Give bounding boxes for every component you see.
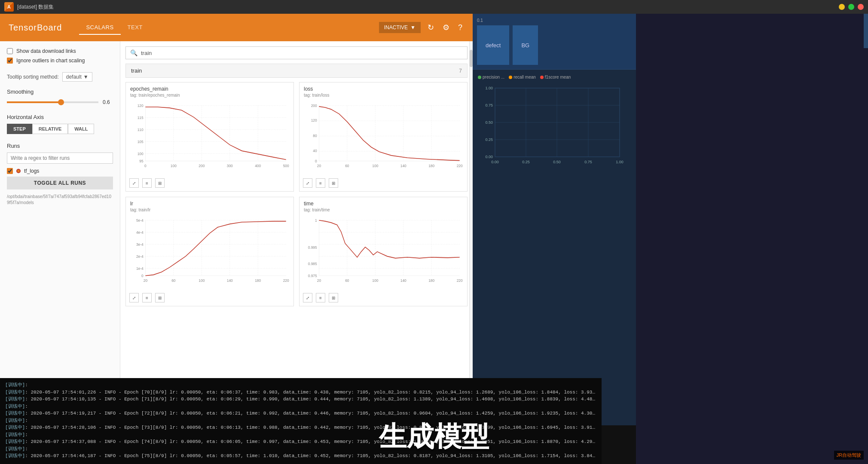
maximize-button[interactable]: □ xyxy=(848,4,854,10)
tag-section: train 7 epoches_remain tag: train/epoche… xyxy=(125,64,468,306)
svg-text:3e-4: 3e-4 xyxy=(136,242,144,247)
chart-title-loss: loss xyxy=(300,82,467,93)
recall-dot xyxy=(509,76,512,79)
list-chart-time[interactable]: ≡ xyxy=(316,293,325,302)
run-name: tf_logs xyxy=(24,168,39,174)
chart-area-epoches: 95 100 105 110 115 120 0 100 200 xyxy=(126,99,293,177)
legend-precision: precision ... xyxy=(478,75,504,79)
console-log-container: [训练中]: [训练中]: 2020-05-07 17:54:01,226 - … xyxy=(0,378,602,464)
svg-text:0: 0 xyxy=(144,163,147,168)
h-axis-section: Horizontal Axis STEP RELATIVE WALL xyxy=(7,114,113,134)
chart-area-lr: 0 1e-4 2e-4 3e-4 4e-4 5e-4 20 60 100 xyxy=(126,214,293,291)
svg-text:1: 1 xyxy=(315,218,317,223)
log-line-0: [训练中]: xyxy=(5,382,596,389)
rp-top: 0.1 defect BG xyxy=(473,14,636,70)
chart-tag-loss: tag: train/loss xyxy=(300,93,467,99)
toggle-all-runs-button[interactable]: TOGGLE ALL RUNS xyxy=(7,177,113,189)
smoothing-slider[interactable] xyxy=(7,101,98,103)
close-button[interactable]: × xyxy=(858,4,864,10)
ignore-outliers-checkbox[interactable] xyxy=(7,58,13,64)
list-chart-lr[interactable]: ≡ xyxy=(142,293,152,302)
svg-text:1.00: 1.00 xyxy=(616,160,623,164)
svg-text:180: 180 xyxy=(428,163,434,168)
data-options-section: Show data download links Ignore outliers… xyxy=(7,48,113,64)
chart-time: time tag: train/time xyxy=(299,197,468,306)
svg-text:0.25: 0.25 xyxy=(485,137,493,142)
svg-text:400: 400 xyxy=(255,163,261,168)
expand-chart-lr[interactable]: ⤢ xyxy=(129,293,139,302)
list-chart-epoches[interactable]: ≡ xyxy=(142,178,152,188)
run-checkbox[interactable] xyxy=(7,168,13,174)
defect-tab[interactable]: defect xyxy=(477,25,509,65)
help-button[interactable]: ? xyxy=(456,21,464,34)
settings-button[interactable]: ⚙ xyxy=(441,21,451,34)
run-path: /opt/bdai/trainbase/5f/7a/747af593afb94f… xyxy=(7,194,113,206)
scrollbar-thumb[interactable] xyxy=(470,50,473,67)
svg-text:140: 140 xyxy=(400,163,406,168)
settings-chart-time[interactable]: ⊞ xyxy=(329,293,338,302)
svg-text:0: 0 xyxy=(315,159,317,163)
log-line-4: [训练中]: 2020-05-07 17:54:19,217 - INFO - … xyxy=(5,410,596,417)
chart-loss: loss tag: train/loss xyxy=(299,82,468,192)
svg-text:100: 100 xyxy=(138,151,144,156)
svg-text:1e-4: 1e-4 xyxy=(136,266,144,271)
precision-dot xyxy=(478,76,481,79)
settings-chart-epoches[interactable]: ⊞ xyxy=(155,178,165,188)
expand-chart-time[interactable]: ⤢ xyxy=(303,293,312,302)
legend-recall: recall mean xyxy=(509,75,536,79)
axis-step-button[interactable]: STEP xyxy=(7,124,32,134)
chart-tag-epoches: tag: train/epoches_remain xyxy=(126,93,293,99)
run-color-dot xyxy=(16,169,21,173)
chart-lr: lr tag: train/lr xyxy=(125,197,294,306)
svg-text:100: 100 xyxy=(171,163,177,168)
svg-text:180: 180 xyxy=(428,278,434,283)
run-item: tf_logs xyxy=(7,168,113,174)
svg-text:200: 200 xyxy=(199,163,205,168)
svg-text:60: 60 xyxy=(171,278,175,283)
svg-text:140: 140 xyxy=(227,278,233,283)
svg-text:4e-4: 4e-4 xyxy=(136,230,144,235)
runs-section: Runs tf_logs TOGGLE ALL RUNS /opt/bdai/t… xyxy=(7,143,113,206)
titlebar: A [dataset] 数据集 − □ × xyxy=(0,0,868,14)
expand-chart-epoches[interactable]: ⤢ xyxy=(129,178,139,188)
axis-relative-button[interactable]: RELATIVE xyxy=(32,124,68,134)
axis-wall-button[interactable]: WALL xyxy=(68,124,94,134)
ignore-outliers-label: Ignore outliers in chart scaling xyxy=(16,58,85,64)
tag-section-name: train xyxy=(131,67,459,74)
svg-text:100: 100 xyxy=(372,163,378,168)
chart-actions-loss: ⤢ ≡ ⊞ xyxy=(300,177,467,191)
smoothing-label: Smoothing xyxy=(7,89,113,95)
jr-badge: JR自动驾驶 xyxy=(834,451,864,460)
svg-text:120: 120 xyxy=(311,118,317,123)
rp-metrics-chart: precision ... recall mean f1score mean xyxy=(473,70,636,425)
tab-text[interactable]: TEXT xyxy=(121,21,150,35)
refresh-button[interactable]: ↻ xyxy=(426,21,436,34)
settings-chart-loss[interactable]: ⊞ xyxy=(329,178,338,188)
svg-text:0.985: 0.985 xyxy=(308,261,317,266)
chart-epoches-remain: epoches_remain tag: train/epoches_remain xyxy=(125,82,294,192)
minimize-button[interactable]: − xyxy=(839,4,845,10)
log-line-9: [训练中]: xyxy=(5,446,596,453)
inactive-button[interactable]: INACTIVE ▼ xyxy=(379,22,421,33)
app-logo: A xyxy=(4,2,14,12)
console-log: [训练中]: [训练中]: 2020-05-07 17:54:01,226 - … xyxy=(0,378,602,464)
list-chart-loss[interactable]: ≡ xyxy=(316,178,325,188)
svg-text:115: 115 xyxy=(138,115,144,120)
tab-scalars[interactable]: SCALARS xyxy=(79,21,120,35)
f1score-dot xyxy=(540,76,544,79)
show-download-checkbox[interactable] xyxy=(7,48,13,54)
ignore-outliers-row: Ignore outliers in chart scaling xyxy=(7,58,113,64)
bg-tab[interactable]: BG xyxy=(513,25,538,65)
search-input[interactable] xyxy=(141,50,463,56)
tag-count: 7 xyxy=(459,68,462,74)
rp-top-label: 0.1 xyxy=(477,18,632,23)
tooltip-select[interactable]: default ▼ xyxy=(62,72,92,82)
log-line-3: [训练中]: xyxy=(5,403,596,410)
tooltip-row: Tooltip sorting method: default ▼ xyxy=(7,72,113,82)
settings-chart-lr[interactable]: ⊞ xyxy=(155,293,165,302)
runs-filter-input[interactable] xyxy=(7,153,113,164)
show-download-label: Show data download links xyxy=(16,48,76,54)
log-line-7: [训练中]: xyxy=(5,431,596,439)
expand-chart-loss[interactable]: ⤢ xyxy=(303,178,312,188)
svg-text:20: 20 xyxy=(144,278,147,283)
